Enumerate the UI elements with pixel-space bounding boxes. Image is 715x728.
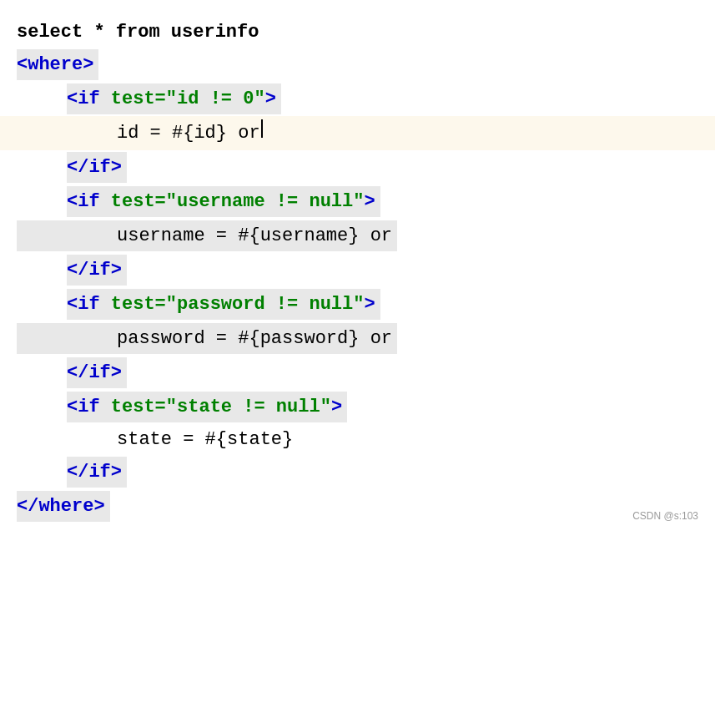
line-id: id = #{id} or (0, 116, 715, 150)
if2-value: "username != null" (166, 191, 365, 212)
if1-tag-open: <if (67, 88, 111, 109)
where-close-text: </where> (17, 496, 105, 517)
password-line-bg: password = #{password} or (17, 323, 397, 354)
if1-tag: <if test="id != 0"> (67, 83, 281, 114)
line-select: select * from userinfo (17, 17, 698, 48)
endif3-text: </if> (67, 362, 122, 383)
where-open-tag-text: <where> (17, 54, 93, 75)
endif1-tag: </if> (67, 152, 127, 183)
endif3-tag: </if> (67, 357, 127, 388)
line-username: username = #{username} or (17, 219, 698, 253)
line-endif3: </if> (17, 356, 698, 390)
watermark: CSDN @s:103 (632, 508, 698, 523)
line-if4: <if test="state != null"> (17, 390, 698, 424)
if4-attr: test= (111, 397, 166, 417)
if2-attr: test= (111, 191, 166, 212)
username-line-bg: username = #{username} or (17, 220, 397, 251)
if3-attr: test= (111, 294, 166, 315)
if1-attr: test= (111, 88, 166, 109)
endif1-text: </if> (67, 157, 122, 178)
state-line-text: state = #{state} (117, 426, 293, 453)
line-endif2: </if> (17, 253, 698, 287)
line-select-text: select * from userinfo (17, 18, 259, 46)
endif4-text: </if> (67, 462, 122, 483)
if4-tag-open: <if (67, 397, 111, 417)
cursor (261, 119, 263, 138)
line-if1: <if test="id != 0"> (17, 82, 698, 116)
if2-tag-open: <if (67, 191, 111, 212)
if4-tag: <if test="state != null"> (67, 392, 347, 422)
line-endif4: </if> (17, 455, 698, 489)
if1-value: "id != 0" (166, 88, 265, 109)
if4-close: > (331, 397, 342, 417)
endif4-tag: </if> (67, 457, 127, 488)
line-if3: <if test="password != null"> (17, 287, 698, 321)
where-close-tag: </where> (17, 491, 110, 522)
line-state: state = #{state} (17, 424, 698, 455)
id-line-text: id = #{id} or (117, 119, 260, 147)
code-block: select * from userinfo <where> <if test=… (0, 8, 715, 532)
if3-tag-open: <if (67, 294, 111, 315)
line-where-close: </where> (17, 489, 698, 523)
endif2-tag: </if> (67, 255, 127, 286)
if2-close: > (364, 191, 375, 212)
if3-value: "password != null" (166, 294, 365, 315)
line-password: password = #{password} or (17, 321, 698, 356)
line-if2: <if test="username != null"> (17, 185, 698, 219)
if3-tag: <if test="password != null"> (67, 289, 380, 320)
username-line-text: username = #{username} or (67, 225, 392, 246)
line-where-open: <where> (17, 48, 698, 82)
if4-value: "state != null" (166, 397, 331, 417)
password-line-text: password = #{password} or (67, 328, 392, 349)
endif2-text: </if> (67, 260, 122, 281)
line-endif1: </if> (17, 150, 698, 185)
if1-close: > (265, 88, 276, 109)
if3-close: > (364, 294, 375, 315)
where-open-tag: <where> (17, 49, 98, 80)
if2-tag: <if test="username != null"> (67, 186, 380, 217)
